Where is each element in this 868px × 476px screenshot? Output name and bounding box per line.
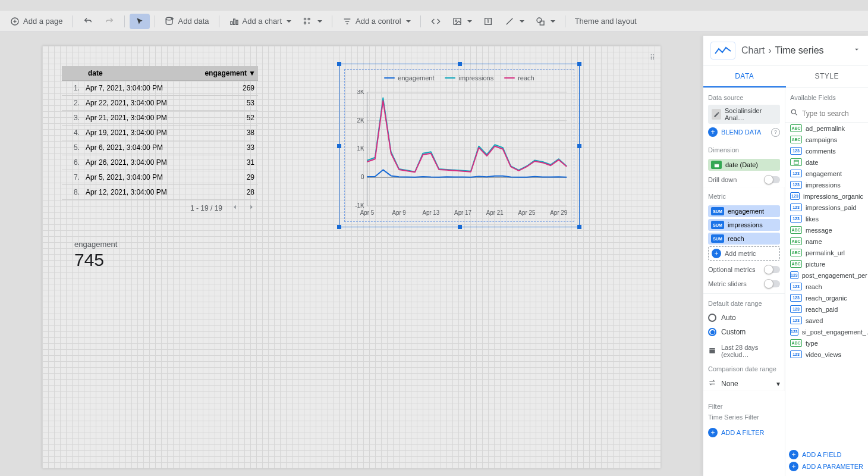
metric-chip[interactable]: SUMreach	[708, 233, 780, 245]
date-custom-radio[interactable]: Custom	[703, 325, 785, 339]
resize-handle[interactable]	[337, 144, 341, 148]
date-auto-radio[interactable]: Auto	[703, 311, 785, 325]
metric-sliders-toggle[interactable]: Metric sliders	[703, 277, 785, 291]
resize-handle[interactable]	[577, 225, 581, 229]
field-row[interactable]: 123engagement	[785, 168, 868, 179]
add-chart-button[interactable]: Add a chart	[224, 14, 297, 29]
ts-filter-label: Time Series Filter	[703, 414, 785, 424]
scorecard[interactable]: engagement 745	[74, 240, 117, 270]
data-source-chip[interactable]: Socialinsider Anal…	[708, 105, 780, 124]
filter-label: Filter	[703, 397, 785, 414]
tab-data[interactable]: DATA	[703, 66, 786, 87]
add-filter-button[interactable]: + ADD A FILTER	[708, 428, 780, 437]
blend-data-button[interactable]: + BLEND DATA ?	[708, 127, 780, 137]
add-parameter-button[interactable]: +ADD A PARAMETER	[789, 462, 863, 471]
line-button[interactable]	[499, 14, 529, 29]
add-page-button[interactable]: Add a page	[5, 14, 68, 29]
field-row[interactable]: 123impressions_paid	[785, 202, 868, 213]
comparison-select[interactable]: None ▾	[708, 376, 780, 391]
field-row[interactable]: 123si_post_engagement_…	[785, 326, 868, 337]
pager-next-button[interactable]	[247, 203, 256, 213]
drag-handle-icon[interactable]: ⠿	[650, 57, 656, 62]
collapse-icon[interactable]	[853, 45, 861, 56]
table-row[interactable]: 8.Apr 12, 2021, 3:04:00 PM28	[62, 185, 258, 200]
chart-icon	[229, 16, 240, 27]
time-series-chart[interactable]: engagement impressions reach 3K2K1K0-1KA…	[339, 64, 580, 227]
date-range-picker[interactable]: Last 28 days (exclud…	[708, 342, 780, 361]
field-row[interactable]: 123impressions	[785, 179, 868, 190]
redo-button[interactable]	[99, 14, 119, 29]
drilldown-toggle[interactable]: Drill down	[703, 173, 785, 187]
field-row[interactable]: 123reach_paid	[785, 303, 868, 315]
help-icon[interactable]: ?	[771, 128, 780, 137]
tab-style[interactable]: STYLE	[786, 66, 869, 87]
field-row[interactable]: 123post_engagement_per…	[785, 270, 868, 281]
pager-text: 1 - 19 / 19	[190, 204, 222, 212]
field-row[interactable]: 123video_views	[785, 349, 868, 360]
field-row[interactable]: 123reach_organic	[785, 292, 868, 303]
resize-handle[interactable]	[458, 62, 462, 66]
breadcrumb-type: Time series	[775, 45, 823, 56]
text-button[interactable]	[478, 14, 498, 29]
chart-type-icon[interactable]	[710, 42, 735, 60]
filter-icon	[342, 16, 353, 27]
data-table[interactable]: date engagement▼ 1.Apr 7, 2021, 3:04:00 …	[62, 66, 258, 216]
svg-rect-22	[540, 21, 544, 25]
table-row[interactable]: 5.Apr 6, 2021, 3:04:00 PM33	[62, 140, 258, 155]
field-row[interactable]: ABCcampaigns	[785, 134, 868, 145]
field-row[interactable]: date	[785, 156, 868, 168]
select-tool-button[interactable]	[130, 14, 150, 29]
header-date[interactable]: date	[86, 66, 199, 80]
undo-button[interactable]	[78, 14, 98, 29]
resize-handle[interactable]	[577, 144, 581, 148]
svg-rect-8	[236, 20, 238, 24]
optional-metrics-toggle[interactable]: Optional metrics	[703, 262, 785, 277]
field-row[interactable]: 123reach	[785, 281, 868, 292]
theme-layout-button[interactable]: Theme and layout	[570, 14, 641, 28]
edit-icon[interactable]	[712, 109, 721, 120]
metric-chip[interactable]: SUMimpressions	[708, 219, 780, 231]
table-row[interactable]: 1.Apr 7, 2021, 3:04:00 PM269	[62, 81, 258, 96]
field-row[interactable]: ABCpermalink_url	[785, 247, 868, 258]
table-row[interactable]: 6.Apr 26, 2021, 3:04:00 PM31	[62, 155, 258, 170]
table-row[interactable]: 4.Apr 19, 2021, 3:04:00 PM38	[62, 126, 258, 140]
pager-prev-button[interactable]	[231, 203, 239, 213]
field-row[interactable]: 123likes	[785, 213, 868, 224]
field-row[interactable]: ABCmessage	[785, 224, 868, 236]
table-row[interactable]: 3.Apr 21, 2021, 3:04:00 PM52	[62, 111, 258, 126]
chart-legend: engagement impressions reach	[345, 70, 574, 84]
field-row[interactable]: 123saved	[785, 315, 868, 326]
image-button[interactable]	[447, 14, 477, 29]
embed-button[interactable]	[426, 14, 446, 29]
toolbar: Add a page Add data Add a chart Add a co…	[0, 11, 868, 32]
resize-handle[interactable]	[337, 62, 341, 66]
table-row[interactable]: 2.Apr 22, 2021, 3:04:00 PM53	[62, 96, 258, 111]
panel-tabs: DATA STYLE	[703, 66, 868, 88]
svg-point-10	[308, 18, 310, 20]
field-row[interactable]: ABCpicture	[785, 258, 868, 270]
add-metric-button[interactable]: + Add metric	[708, 246, 780, 261]
add-data-button[interactable]: Add data	[160, 14, 214, 29]
fields-search-input[interactable]	[802, 109, 868, 118]
resize-handle[interactable]	[577, 62, 581, 66]
field-row[interactable]: ABCname	[785, 236, 868, 247]
resize-handle[interactable]	[458, 225, 462, 229]
field-row[interactable]: 123impressions_organic	[785, 190, 868, 202]
table-row[interactable]: 7.Apr 5, 2021, 3:04:00 PM29	[62, 170, 258, 185]
header-engagement[interactable]: engagement▼	[199, 66, 258, 80]
add-field-button[interactable]: +ADD A FIELD	[789, 450, 863, 459]
add-control-button[interactable]: Add a control	[337, 14, 416, 29]
field-row[interactable]: 123comments	[785, 145, 868, 156]
metric-chip[interactable]: SUMengagement	[708, 205, 780, 217]
breadcrumb-chart[interactable]: Chart	[741, 45, 765, 56]
community-viz-button[interactable]	[297, 14, 327, 29]
resize-handle[interactable]	[337, 225, 341, 229]
svg-text:Apr 25: Apr 25	[518, 209, 536, 216]
dimension-chip[interactable]: date (Date)	[708, 159, 780, 171]
canvas[interactable]: ⠿ date engagement▼ 1.Apr 7, 2021, 3:04:0…	[42, 46, 661, 468]
plus-icon: +	[708, 428, 718, 437]
svg-rect-43	[714, 163, 718, 164]
shape-button[interactable]	[530, 14, 560, 29]
field-row[interactable]: ABCtype	[785, 337, 868, 349]
field-row[interactable]: ABCad_permalink	[785, 123, 868, 134]
